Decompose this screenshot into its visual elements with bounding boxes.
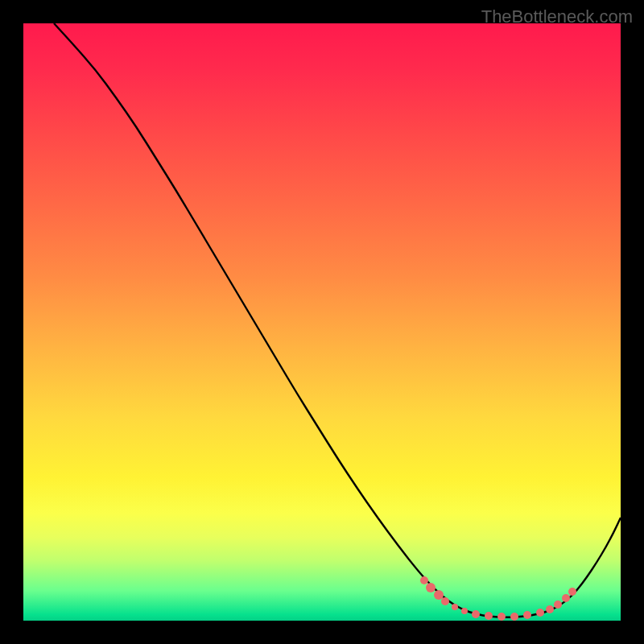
curve-marker — [568, 588, 576, 596]
curve-marker — [441, 597, 449, 605]
chart-plot-area — [23, 23, 621, 621]
curve-marker — [485, 612, 493, 620]
curve-marker — [536, 609, 544, 617]
curve-marker — [562, 594, 570, 602]
curve-marker — [497, 613, 506, 621]
curve-marker — [554, 601, 562, 609]
curve-marker — [523, 611, 531, 619]
bottleneck-curve — [54, 23, 621, 617]
curve-marker — [461, 608, 468, 614]
curve-markers — [420, 576, 576, 621]
watermark-text: TheBottleneck.com — [481, 6, 633, 27]
curve-marker — [510, 613, 518, 621]
curve-marker — [434, 590, 444, 600]
curve-marker — [452, 604, 458, 610]
chart-svg — [23, 23, 621, 621]
curve-marker — [546, 605, 554, 613]
curve-marker — [426, 583, 436, 592]
curve-marker — [420, 576, 428, 584]
curve-marker — [472, 610, 480, 618]
